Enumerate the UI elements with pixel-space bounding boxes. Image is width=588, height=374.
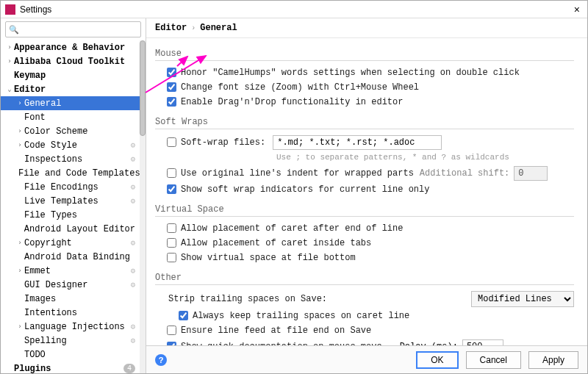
gear-icon: ⚙ [130,140,135,150]
gear-icon: ⚙ [130,336,135,345]
checkbox-change-font-zoom[interactable]: Change font size (Zoom) with Ctrl+Mouse … [167,82,419,93]
tree-node-plugins[interactable]: Plugins4 [1,362,146,373]
tree-node-file-and-code-templates[interactable]: File and Code Templates⚙ [1,166,146,180]
titlebar: Settings × [1,1,587,18]
checkbox-keep-trailing-caret[interactable]: Always keep trailing spaces on caret lin… [179,310,409,322]
body: 🔍 ›Appearance & Behavior›Alibaba Cloud T… [1,18,587,373]
gear-icon: ⚙ [130,154,135,164]
tree-node-label: Intentions [24,308,77,318]
tree-node-spelling[interactable]: Spelling⚙ [1,334,146,348]
tree-node-label: Emmet [24,266,51,276]
search-input[interactable] [5,21,141,37]
settings-tree[interactable]: ›Appearance & Behavior›Alibaba Cloud Too… [1,40,146,373]
tree-node-label: Keymap [14,71,46,81]
content: Mouse Honor "CamelHumps" words settings … [146,38,587,345]
tree-node-label: File Types [24,210,77,220]
tree-node-label: Inspections [24,154,82,165]
input-soft-wrap-patterns[interactable] [273,135,442,150]
tree-node-appearance-behavior[interactable]: ›Appearance & Behavior [1,40,146,54]
tree-node-android-layout-editor[interactable]: Android Layout Editor [1,222,146,236]
tree-node-file-encodings[interactable]: File Encodings⚙ [1,180,146,194]
settings-window: Settings × 🔍 ›Appearance & Behavior›Alib… [0,0,588,374]
checkbox-soft-wrap-files[interactable]: Soft-wrap files: [167,137,265,148]
checkbox-ensure-linefeed[interactable]: Ensure line feed at file end on Save [167,325,371,337]
tree-node-android-data-binding[interactable]: Android Data Binding [1,250,146,264]
tree-node-language-injections[interactable]: ›Language Injections⚙ [1,320,146,334]
input-delay-ms[interactable] [462,339,503,345]
tree-scroll-thumb[interactable] [140,40,146,136]
tree-node-label: Code Style [24,140,77,151]
chevron-icon: › [17,240,23,247]
tree-node-code-style[interactable]: ›Code Style⚙ [1,138,146,152]
main-panel: Editor › General Mouse Honor "CamelHumps… [146,18,587,373]
gear-icon: ⚙ [130,182,135,192]
tree-node-editor[interactable]: ⌄Editor [1,82,146,96]
checkbox-original-indent[interactable]: Use original line's indent for wrapped p… [167,168,414,179]
chevron-icon: › [17,128,23,135]
footer: ? OK Cancel Apply [146,345,587,373]
checkbox-virtual-space-bottom[interactable]: Show virtual space at file bottom [167,252,356,264]
tree-node-live-templates[interactable]: Live Templates⚙ [1,194,146,208]
tree-node-label: Live Templates [24,196,98,206]
badge-count: 4 [123,364,135,373]
tree-node-label: Android Data Binding [24,252,130,262]
input-additional-shift [514,166,548,181]
tree-node-intentions[interactable]: Intentions [1,306,146,320]
gear-icon: ⚙ [130,266,135,276]
breadcrumb-general[interactable]: General [200,23,237,33]
chevron-icon: › [17,267,23,275]
chevron-icon: ⌄ [7,85,12,93]
tree-node-label: Font [24,112,46,123]
gear-icon: ⚙ [130,322,135,331]
tree-node-todo[interactable]: TODO [1,348,146,362]
breadcrumb: Editor › General [146,18,587,38]
gear-icon: ⚙ [130,280,135,290]
close-icon[interactable]: × [571,4,583,15]
tree-node-color-scheme[interactable]: ›Color Scheme [1,124,146,138]
hint-wrap-patterns: Use ; to separate patterns, * and ? as w… [155,151,574,165]
help-icon[interactable]: ? [155,354,167,366]
apply-button[interactable]: Apply [528,351,578,369]
window-title: Settings [20,4,51,15]
sidebar: 🔍 ›Appearance & Behavior›Alibaba Cloud T… [1,18,146,373]
group-mouse: Mouse [155,46,574,61]
label-additional-shift: Additional shift: [420,168,509,179]
tree-node-inspections[interactable]: Inspections⚙ [1,152,146,166]
group-other: Other [155,270,574,285]
select-strip-trailing[interactable]: Modified Lines [471,291,574,307]
search-wrap: 🔍 [1,18,146,40]
tree-node-label: File and Code Templates [18,168,140,179]
tree-node-emmet[interactable]: ›Emmet⚙ [1,264,146,278]
checkbox-wrap-indicators[interactable]: Show soft wrap indicators for current li… [167,184,429,195]
checkbox-drag-n-drop[interactable]: Enable Drag'n'Drop functionality in edit… [167,96,403,108]
tree-node-gui-designer[interactable]: GUI Designer⚙ [1,278,146,292]
checkbox-caret-inside-tabs[interactable]: Allow placement of caret inside tabs [167,237,371,249]
tree-node-images[interactable]: Images [1,292,146,306]
label-strip-trailing: Strip trailing spaces on Save: [168,293,327,305]
gear-icon: ⚙ [130,196,135,206]
tree-node-label: Copyright [24,238,72,248]
tree-node-alibaba-cloud-toolkit[interactable]: ›Alibaba Cloud Toolkit [1,54,146,68]
cancel-button[interactable]: Cancel [466,351,521,369]
tree-node-label: Spelling [24,336,67,346]
chevron-right-icon: › [191,24,196,32]
checkbox-caret-after-eol[interactable]: Allow placement of caret after end of li… [167,223,403,234]
tree-node-label: Appearance & Behavior [14,43,125,53]
tree-scrollbar[interactable] [140,40,146,373]
tree-node-font[interactable]: Font [1,110,146,124]
chevron-icon: › [17,100,23,107]
ok-button[interactable]: OK [416,351,458,369]
tree-node-keymap[interactable]: Keymap [1,68,146,82]
tree-node-file-types[interactable]: File Types [1,208,146,222]
chevron-icon: › [7,44,12,51]
tree-node-label: File Encodings [24,182,98,193]
tree-node-label: Plugins [14,364,51,374]
group-soft-wraps: Soft Wraps [155,114,574,129]
tree-node-general[interactable]: ›General [1,96,146,110]
breadcrumb-editor[interactable]: Editor [155,23,187,33]
tree-node-copyright[interactable]: ›Copyright⚙ [1,236,146,250]
checkbox-honor-camelhumps[interactable]: Honor "CamelHumps" words settings when s… [167,67,520,79]
tree-node-label: Android Layout Editor [24,224,135,234]
tree-node-label: Color Scheme [24,126,87,137]
chevron-icon: › [7,58,12,65]
